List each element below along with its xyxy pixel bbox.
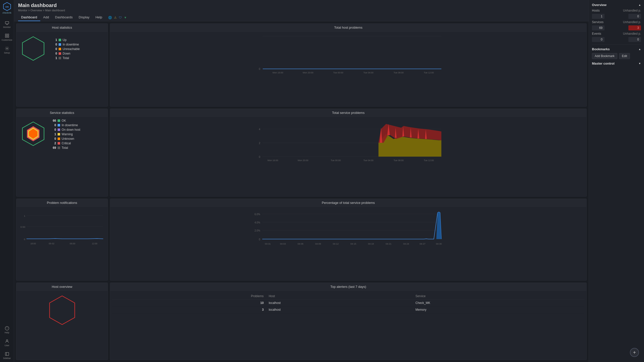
stat-value-total-host: 1 [51, 56, 57, 60]
nav-icons: 🌐 ⚠ 🛡 ▼ [108, 16, 127, 19]
service-hex-chart [19, 120, 47, 148]
svg-text:Tue 00:00: Tue 00:00 [333, 71, 343, 74]
svg-rect-6 [7, 34, 9, 35]
add-bookmark-button[interactable]: Add Bookmark [592, 53, 617, 59]
stat-row-svc-downtime[interactable]: 0 In downtime [50, 123, 80, 127]
sidebar-item-help[interactable]: Help [0, 324, 14, 336]
edit-bookmark-button[interactable]: Edit [619, 53, 630, 59]
stat-label-warning: Warning [62, 132, 73, 136]
stat-dot-unknown [58, 138, 60, 140]
logo-area[interactable]: cm checkmk [3, 2, 12, 14]
help-icon [5, 326, 9, 331]
host-statistics-panel: Host statistics 1 Up 0 I [16, 23, 108, 107]
stat-dot-ok [58, 119, 60, 122]
overview-title: Overview [592, 3, 607, 7]
filter-icon[interactable]: ▼ [124, 16, 127, 19]
stat-row-on-down-host[interactable]: 0 On down host [50, 128, 80, 131]
sidebar-item-help-label: Help [5, 331, 9, 334]
svg-text:0: 0 [259, 68, 260, 70]
logo-icon: cm [3, 2, 12, 11]
svg-text:04-03: 04-03 [280, 243, 286, 245]
stat-row-total-svc[interactable]: 69 Total [50, 146, 80, 150]
pct-service-problems-title: Percentage of total service problems [110, 199, 586, 207]
nav-add[interactable]: Add [40, 14, 52, 21]
top-alerters-title: Top alerters (last 7 days) [110, 283, 586, 291]
svg-text:cm: cm [5, 6, 9, 8]
svg-text:04-15: 04-15 [350, 243, 356, 245]
problem-notifications-title: Problem notifications [16, 199, 108, 207]
total-host-problems-chart: 0 Mon 16:00 Mon 20:00 Tue 00:00 Tue 04:0… [110, 32, 586, 76]
svg-point-9 [6, 48, 8, 49]
stat-value-critical: 2 [50, 142, 56, 145]
stat-row-total-host[interactable]: 1 Total [51, 56, 80, 60]
nav-dashboard[interactable]: Dashboard [18, 14, 40, 21]
stat-row-unknown[interactable]: 0 Unknown [50, 137, 80, 141]
master-control-section[interactable]: Master control ▼ [592, 62, 641, 65]
sidebar-item-customize[interactable]: Customize [0, 31, 14, 44]
unhandled-hosts-value[interactable]: 0 [628, 14, 641, 19]
stat-value-up: 1 [51, 38, 57, 42]
nav-display[interactable]: Display [76, 14, 93, 21]
svg-text:04-18: 04-18 [368, 243, 374, 245]
svg-text:12:00: 12:00 [92, 242, 97, 245]
stat-row-up[interactable]: 1 Up [51, 38, 80, 42]
sidebar-item-user[interactable]: User [0, 336, 14, 349]
stat-value-on-down-host: 0 [50, 128, 56, 131]
nav-bar: Dashboard Add Dashboards Display Help 🌐 … [18, 14, 585, 21]
sidebar-item-sidebar[interactable]: Sidebar [0, 349, 14, 362]
total-service-problems-panel: Total service problems 0 2 4 [110, 109, 587, 197]
setup-icon [5, 46, 9, 51]
stat-row-critical[interactable]: 2 Critical [50, 142, 80, 145]
unhandled-events-value[interactable]: 0 [628, 37, 641, 42]
sidebar-item-customize-label: Customize [2, 39, 12, 41]
host-overview-panel: Host overview [16, 283, 108, 360]
svg-text:04-21: 04-21 [386, 243, 391, 245]
sidebar-item-monitor[interactable]: Monitor [0, 18, 14, 31]
stat-value-warning: 1 [50, 132, 56, 136]
svg-text:03-31: 03-31 [265, 243, 271, 245]
nav-help[interactable]: Help [92, 14, 105, 21]
stat-row-unreachable[interactable]: 0 Unreachable [51, 47, 80, 51]
globe-icon[interactable]: 🌐 [108, 16, 112, 19]
services-label: Services [592, 20, 603, 24]
sidebar-item-setup-label: Setup [4, 52, 10, 54]
customize-icon [5, 33, 9, 38]
events-values-row: 0 0 [592, 37, 641, 42]
table-row[interactable]: 3 localhost Memory [112, 306, 584, 313]
stat-value-unreachable: 0 [51, 47, 57, 51]
svg-text:0: 0 [259, 238, 260, 241]
stat-dot-up [59, 39, 61, 41]
stat-row-warning[interactable]: 1 Warning [50, 132, 80, 136]
bookmarks-section-title: Bookmarks ▲ [592, 47, 641, 51]
warning-icon[interactable]: ⚠ [114, 16, 117, 19]
add-widget-button[interactable]: + [630, 348, 639, 357]
nav-dashboards[interactable]: Dashboards [52, 14, 76, 21]
services-value[interactable]: 69 [592, 25, 605, 30]
stat-row-in-downtime[interactable]: 0 In downtime [51, 43, 80, 46]
host-stats-list: 1 Up 0 In downtime 0 Unreachable [51, 38, 80, 60]
alerter-host-0: localhost [266, 299, 413, 306]
stat-dot-warning [58, 133, 60, 135]
svg-text:05-02: 05-02 [49, 242, 55, 245]
problem-notifications-panel: Problem notifications 1 0.50 0 18:00 05-… [16, 199, 108, 281]
stat-label-unreachable: Unreachable [63, 47, 80, 51]
table-row[interactable]: 10 localhost Check_MK [112, 299, 584, 306]
svg-text:2.0%: 2.0% [255, 229, 260, 232]
shield-icon[interactable]: 🛡 [119, 16, 122, 19]
sidebar-item-setup[interactable]: Setup [0, 44, 14, 57]
stat-row-ok[interactable]: 66 OK [50, 119, 80, 122]
alerter-host-1: localhost [266, 306, 413, 313]
events-value[interactable]: 0 [592, 37, 605, 42]
host-stats-content: 1 Up 0 In downtime 0 Unreachable [16, 32, 108, 66]
bookmark-buttons: Add Bookmark Edit [592, 53, 641, 59]
col-problems: Problems [112, 293, 266, 300]
unhandled-services-value[interactable]: 3 [628, 25, 641, 30]
hosts-value[interactable]: 1 [592, 14, 605, 19]
left-sidebar: cm checkmk Monitor Customize Setup Help [0, 0, 14, 362]
svg-marker-14 [22, 37, 44, 60]
stat-label-total-svc: Total [62, 146, 68, 150]
svg-text:04-09: 04-09 [315, 243, 321, 245]
stat-value-svc-downtime: 0 [50, 123, 56, 127]
stat-label-in-downtime: In downtime [63, 43, 79, 46]
stat-row-down[interactable]: 0 Down [51, 52, 80, 55]
